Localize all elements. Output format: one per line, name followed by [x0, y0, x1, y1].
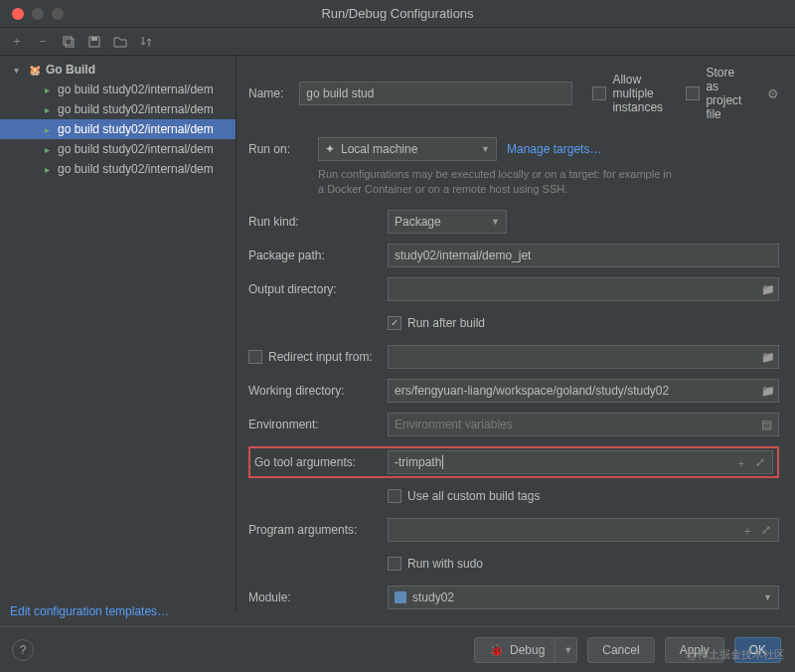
module-icon: [395, 591, 406, 603]
output-dir-input[interactable]: [388, 277, 779, 301]
tree-item[interactable]: ▸ go build study02/internal/dem: [0, 139, 236, 159]
config-tree[interactable]: ▾ 🐹 Go Build ▸ go build study02/internal…: [0, 56, 237, 612]
tree-item[interactable]: ▸ go build study02/internal/dem: [0, 99, 236, 119]
dialog-title: Run/Debug Configurations: [321, 6, 473, 21]
go-run-icon: ▸: [40, 83, 54, 96]
minimize-window-icon[interactable]: [32, 8, 44, 20]
chevron-down-icon: ▼: [763, 592, 772, 602]
browse-folder-icon[interactable]: [761, 282, 775, 296]
run-on-dropdown[interactable]: ✦Local machine ▼: [318, 137, 497, 161]
svg-rect-0: [64, 37, 72, 45]
go-tool-args-label: Go tool arguments:: [254, 455, 388, 469]
tree-item[interactable]: ▸ go build study02/internal/dem: [0, 80, 236, 99]
redirect-input-checkbox[interactable]: Redirect input from:: [248, 350, 388, 364]
run-after-build-checkbox[interactable]: Run after build: [388, 316, 485, 330]
go-icon: 🐹: [28, 63, 42, 77]
list-icon[interactable]: ▤: [761, 418, 775, 431]
remove-config-icon[interactable]: －: [36, 35, 50, 49]
use-custom-tags-checkbox[interactable]: Use all custom build tags: [388, 489, 540, 503]
name-label: Name:: [248, 86, 283, 100]
environment-label: Environment:: [248, 418, 388, 431]
add-icon[interactable]: ＋: [741, 523, 755, 537]
text-cursor: [442, 455, 443, 469]
copy-config-icon[interactable]: [62, 35, 76, 49]
allow-multiple-checkbox[interactable]: Allow multiple instances: [592, 73, 666, 114]
chevron-down-icon: ▼: [491, 217, 500, 227]
sort-config-icon[interactable]: [139, 35, 153, 49]
expand-icon[interactable]: ⤢: [755, 455, 769, 469]
edit-templates-link[interactable]: Edit configuration templates…: [10, 604, 169, 618]
browse-folder-icon[interactable]: [761, 384, 775, 398]
maximize-window-icon[interactable]: [52, 8, 64, 20]
program-args-label: Program arguments:: [248, 523, 388, 537]
go-run-icon: ▸: [40, 162, 54, 176]
chevron-down-icon[interactable]: ▾: [14, 65, 24, 76]
folder-config-icon[interactable]: [113, 35, 127, 49]
go-tool-args-highlight: Go tool arguments: -trimpath ＋ ⤢: [248, 446, 779, 478]
run-on-label: Run on:: [248, 142, 308, 156]
module-label: Module:: [248, 590, 388, 604]
add-icon[interactable]: ＋: [735, 455, 749, 469]
program-args-input[interactable]: [388, 518, 779, 542]
svg-rect-3: [91, 37, 97, 41]
go-run-icon: ▸: [40, 122, 54, 136]
gear-icon[interactable]: ⚙: [767, 86, 779, 101]
cancel-button[interactable]: Cancel: [587, 637, 654, 663]
working-dir-input[interactable]: [388, 379, 779, 403]
package-path-input[interactable]: [388, 244, 779, 267]
dialog-footer: ? 🐞 Debug ▼ Cancel Apply OK: [0, 626, 795, 672]
run-kind-label: Run kind:: [248, 215, 388, 229]
tree-item-selected[interactable]: ▸ go build study02/internal/dem: [0, 119, 236, 139]
chevron-down-icon: ▼: [481, 144, 490, 154]
config-toolbar: ＋ －: [0, 28, 795, 56]
run-sudo-checkbox[interactable]: Run with sudo: [388, 557, 483, 571]
tree-item[interactable]: ▸ go build study02/internal/dem: [0, 159, 236, 179]
browse-folder-icon[interactable]: [761, 350, 775, 364]
working-dir-label: Working directory:: [248, 384, 388, 398]
store-project-checkbox[interactable]: Store as project file: [686, 66, 747, 121]
window-controls: [0, 8, 64, 20]
go-tool-args-input[interactable]: -trimpath: [388, 450, 773, 474]
redirect-input-field: [388, 345, 779, 369]
environment-input[interactable]: [388, 413, 779, 436]
close-window-icon[interactable]: [12, 8, 24, 20]
apply-button[interactable]: Apply: [665, 637, 724, 663]
tree-root-label: Go Build: [46, 63, 95, 77]
debug-button[interactable]: 🐞 Debug ▼: [474, 637, 577, 663]
titlebar: Run/Debug Configurations: [0, 0, 795, 28]
package-path-label: Package path:: [248, 249, 388, 262]
go-run-icon: ▸: [40, 102, 54, 116]
output-dir-label: Output directory:: [248, 282, 388, 296]
expand-icon[interactable]: ⤢: [761, 523, 775, 537]
config-form: Name: Allow multiple instances Store as …: [237, 56, 795, 612]
svg-rect-1: [66, 39, 74, 47]
go-run-icon: ▸: [40, 142, 54, 156]
tree-root-go-build[interactable]: ▾ 🐹 Go Build: [0, 60, 236, 80]
name-input[interactable]: [299, 82, 572, 105]
run-kind-dropdown[interactable]: Package ▼: [388, 210, 507, 234]
machine-icon: ✦: [325, 142, 335, 156]
save-config-icon[interactable]: [87, 35, 101, 49]
chevron-down-icon[interactable]: ▼: [555, 638, 572, 662]
run-on-hint: Run configurations may be executed local…: [318, 167, 676, 198]
add-config-icon[interactable]: ＋: [10, 35, 24, 49]
module-dropdown[interactable]: study02 ▼: [388, 586, 779, 609]
bug-icon: 🐞: [489, 643, 504, 657]
manage-targets-link[interactable]: Manage targets…: [507, 142, 601, 156]
help-button[interactable]: ?: [12, 639, 34, 661]
ok-button[interactable]: OK: [734, 637, 781, 663]
